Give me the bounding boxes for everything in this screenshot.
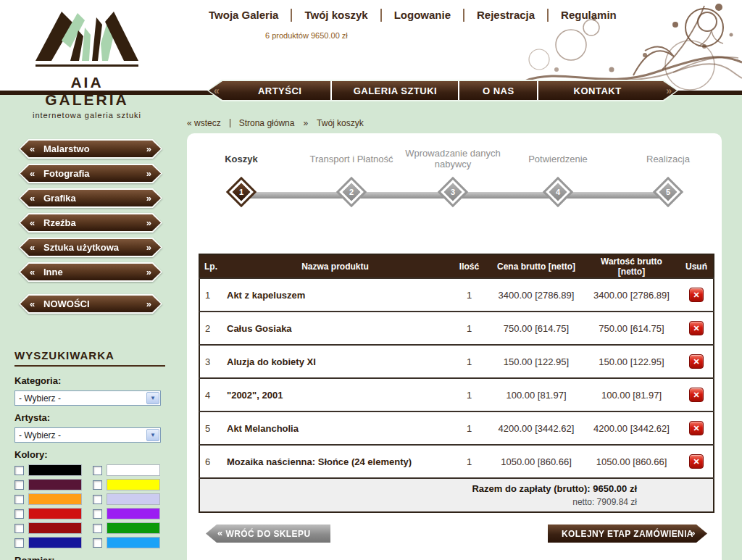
tab-artysci[interactable]: ARTYŚCI <box>229 81 330 100</box>
breadcrumb-home-link[interactable]: Strona główna <box>239 118 295 128</box>
checkbox[interactable] <box>93 480 102 490</box>
step-diamond-3[interactable]: 3 <box>441 180 465 204</box>
color-filter-lavender[interactable] <box>93 493 165 505</box>
category-select[interactable]: - Wybierz - ▼ <box>14 390 161 406</box>
color-filter-white[interactable] <box>93 464 165 476</box>
delete-item-button[interactable]: ✕ <box>689 421 704 435</box>
checkbox[interactable] <box>14 509 24 519</box>
color-filter-green[interactable] <box>93 522 165 534</box>
top-nav-logowanie[interactable]: Logowanie <box>380 9 463 22</box>
product-name[interactable]: Akt z kapeluszem <box>221 278 449 312</box>
dropdown-arrow-icon[interactable]: ▼ <box>146 392 159 404</box>
step-diamond-4[interactable]: 4 <box>546 180 570 204</box>
step-transport: Transport i Płatność 2 <box>301 142 402 201</box>
header: AIA GALERIA internetowa galeria sztuki T… <box>0 0 742 91</box>
step-diamond-2[interactable]: 2 <box>339 180 364 204</box>
step-diamond-5[interactable]: 5 <box>656 180 680 204</box>
col-cena: Cena brutto [netto] <box>489 254 583 278</box>
chevron-left-icon: « <box>30 267 35 277</box>
checkbox[interactable] <box>93 466 102 475</box>
product-name[interactable]: Całus Gosiaka <box>221 312 449 345</box>
total-brutto: Razem do zapłaty (brutto): 9650.00 zł <box>200 483 637 494</box>
color-filter-red[interactable] <box>14 508 87 519</box>
color-swatch <box>107 537 160 548</box>
top-nav-twoj-koszyk[interactable]: Twój koszyk <box>291 9 380 22</box>
table-row: 4 "2002", 2001 1 100.00 [81.97] 100.00 [… <box>199 378 714 411</box>
breadcrumb-arrow-icon: » <box>303 118 308 128</box>
chevron-left-icon: « <box>30 242 35 253</box>
main-content-panel: Koszyk 1 Transport i Płatność 2 Wprowadz… <box>187 133 722 560</box>
checkbox[interactable] <box>14 466 24 475</box>
next-step-button[interactable]: KOLEJNY ETAP ZAMÓWIENIA » <box>548 525 707 543</box>
breadcrumb-back-link[interactable]: « wstecz <box>187 118 221 128</box>
col-nazwa: Nazwa produktu <box>221 254 449 278</box>
color-filter-black[interactable] <box>14 464 87 476</box>
color-swatch <box>107 479 160 490</box>
artist-select[interactable]: - Wybierz - ▼ <box>14 427 161 443</box>
chevron-right-icon: » <box>146 217 151 228</box>
artist-label: Artysta: <box>14 412 165 423</box>
color-swatch <box>107 464 160 476</box>
color-filter-yellow[interactable] <box>93 479 165 490</box>
cart-summary: 6 produktów 9650.00 zł <box>265 31 348 40</box>
tab-o-nas[interactable]: O NAS <box>458 81 537 100</box>
delete-item-button[interactable]: ✕ <box>689 354 704 369</box>
back-to-shop-button[interactable]: « WRÓĆ DO SKLEPU <box>206 525 330 543</box>
checkbox[interactable] <box>14 480 24 490</box>
top-nav-twoja-galeria[interactable]: Twoja Galeria <box>209 9 291 22</box>
delete-item-button[interactable]: ✕ <box>689 388 704 402</box>
table-row: 5 Akt Melancholia 1 4200.00 [3442.62] 42… <box>199 411 714 445</box>
color-filter-violet[interactable] <box>93 508 165 519</box>
sidebar-item-rzezba[interactable]: « Rzeźba » <box>19 213 162 233</box>
dropdown-arrow-icon[interactable]: ▼ <box>146 429 159 441</box>
top-nav-regulamin[interactable]: Regulamin <box>547 9 629 22</box>
checkbox[interactable] <box>93 524 102 533</box>
product-name[interactable]: Aluzja do kobiety XI <box>221 345 449 378</box>
table-row: 6 Mozaika naścienna: Słońce (24 elementy… <box>199 445 714 478</box>
checkbox[interactable] <box>14 495 24 504</box>
cart-totals-row: Razem do zapłaty (brutto): 9650.00 zł ne… <box>199 478 714 512</box>
tab-kontakt[interactable]: KONTAKT <box>537 81 656 100</box>
color-filter-darkred[interactable] <box>14 522 87 534</box>
product-name[interactable]: Mozaika naścienna: Słońce (24 elementy) <box>221 445 449 478</box>
tab-galeria-sztuki[interactable]: GALERIA SZTUKI <box>330 81 458 100</box>
chevron-left-icon: « <box>30 143 35 154</box>
size-label: Rozmiar: <box>14 555 165 560</box>
sidebar-item-malarstwo[interactable]: « Malarstwo » <box>19 139 162 159</box>
sidebar-item-fotografia[interactable]: « Fotografia » <box>19 164 162 183</box>
color-filter-grid <box>14 464 165 548</box>
top-nav-rejestracja[interactable]: Rejestracja <box>463 9 547 22</box>
checkbox[interactable] <box>93 509 102 519</box>
color-filter-orange[interactable] <box>14 493 87 505</box>
breadcrumb: « wstecz Strona główna » Twój koszyk <box>187 118 364 128</box>
chevron-right-icon: » <box>690 527 696 538</box>
sidebar-item-inne[interactable]: « Inne » <box>19 262 162 282</box>
color-filter-navy[interactable] <box>14 537 87 548</box>
sidebar-item-sztuka-uzytkowa[interactable]: « Sztuka użytkowa » <box>19 238 162 257</box>
checkbox[interactable] <box>93 538 102 548</box>
col-wartosc: Wartość brutto [netto] <box>583 254 680 278</box>
delete-item-button[interactable]: ✕ <box>689 321 704 335</box>
cart-table-header: Lp. Nazwa produktu Ilość Cena brutto [ne… <box>199 254 714 278</box>
product-name[interactable]: "2002", 2001 <box>221 378 449 411</box>
col-ilosc: Ilość <box>449 254 489 278</box>
step-realizacja: Realizacja 5 <box>617 142 719 201</box>
delete-item-button[interactable]: ✕ <box>689 454 704 469</box>
breadcrumb-divider <box>230 119 230 128</box>
brand-tagline: internetowa galeria sztuki <box>28 111 146 120</box>
sidebar-item-grafika[interactable]: « Grafika » <box>19 188 162 208</box>
sidebar-item-nowosci[interactable]: « NOWOŚCI » <box>19 294 162 314</box>
product-name[interactable]: Akt Melancholia <box>221 411 449 445</box>
step-diamond-1[interactable]: 1 <box>229 180 254 204</box>
color-filter-maroon[interactable] <box>14 479 87 490</box>
chevron-right-icon: » <box>146 168 151 179</box>
color-swatch <box>28 508 82 519</box>
logo[interactable]: AIA GALERIA internetowa galeria sztuki <box>28 3 146 120</box>
delete-item-button[interactable]: ✕ <box>689 288 704 302</box>
colors-label: Kolory: <box>14 449 165 460</box>
color-filter-lightblue[interactable] <box>93 537 165 548</box>
checkbox[interactable] <box>14 524 24 533</box>
checkbox[interactable] <box>93 495 102 504</box>
checkbox[interactable] <box>14 538 24 548</box>
table-row: 3 Aluzja do kobiety XI 1 150.00 [122.95]… <box>199 345 714 378</box>
